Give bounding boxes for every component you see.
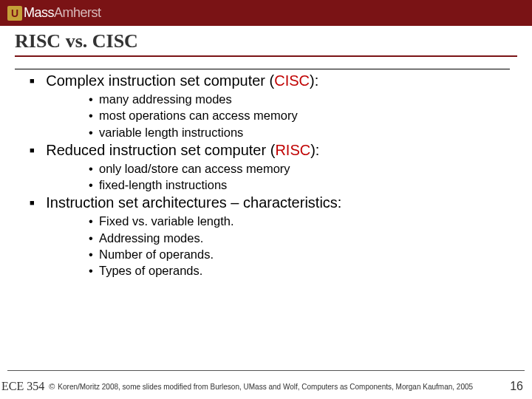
sub-bullets-isa: Fixed vs. variable length. Addressing mo… — [59, 213, 510, 279]
heading-highlight: RISC — [275, 142, 310, 158]
heading-text-post: ): — [310, 142, 319, 158]
list-item: Fixed vs. variable length. — [89, 213, 510, 229]
square-bullet-icon: ■ — [30, 76, 35, 85]
course-code: ECE 354 — [1, 380, 44, 393]
list-item: fixed-length instructions — [89, 177, 510, 193]
square-bullet-icon: ■ — [30, 198, 35, 207]
logo-badge: U — [7, 6, 22, 21]
list-item: Types of operands. — [89, 262, 510, 279]
section-rule — [15, 69, 510, 69]
sub-bullets-risc: only load/store can access memory fixed-… — [59, 160, 510, 194]
bullet-risc: ■ Reduced instruction set computer (RISC… — [30, 142, 510, 159]
heading-text: Complex instruction set computer ( — [46, 72, 274, 89]
heading-highlight: CISC — [274, 72, 310, 89]
sub-bullets-cisc: many addressing modes most operations ca… — [59, 91, 510, 140]
footer-rule — [7, 370, 525, 371]
bullet-cisc: ■ Complex instruction set computer (CISC… — [30, 72, 510, 89]
university-header: U MassAmherst — [0, 0, 532, 26]
page-number: 16 — [510, 380, 523, 393]
list-item: Addressing modes. — [89, 230, 510, 246]
credits-text: Koren/Moritz 2008, some slides modified … — [58, 383, 473, 391]
square-bullet-icon: ■ — [30, 146, 35, 154]
title-bar: RISC vs. CISC — [0, 26, 532, 58]
slide-footer: ECE 354 © Koren/Moritz 2008, some slides… — [0, 377, 532, 396]
copyright-icon: © — [49, 382, 55, 391]
heading-text: Instruction set architectures – characte… — [46, 194, 341, 211]
list-item: many addressing modes — [89, 91, 510, 107]
list-item: most operations can access memory — [89, 107, 510, 123]
bullet-isa: ■ Instruction set architectures – charac… — [30, 194, 510, 211]
list-item: only load/store can access memory — [89, 160, 510, 177]
title-rule — [15, 55, 517, 57]
slide-content: ■ Complex instruction set computer (CISC… — [0, 58, 532, 279]
slide-title: RISC vs. CISC — [15, 30, 517, 52]
list-item: Number of operands. — [89, 246, 510, 262]
heading-text-post: ): — [310, 72, 318, 89]
logo-text: MassAmherst — [24, 5, 101, 21]
list-item: variable length instructions — [89, 124, 510, 140]
heading-text: Reduced instruction set computer ( — [46, 142, 275, 158]
